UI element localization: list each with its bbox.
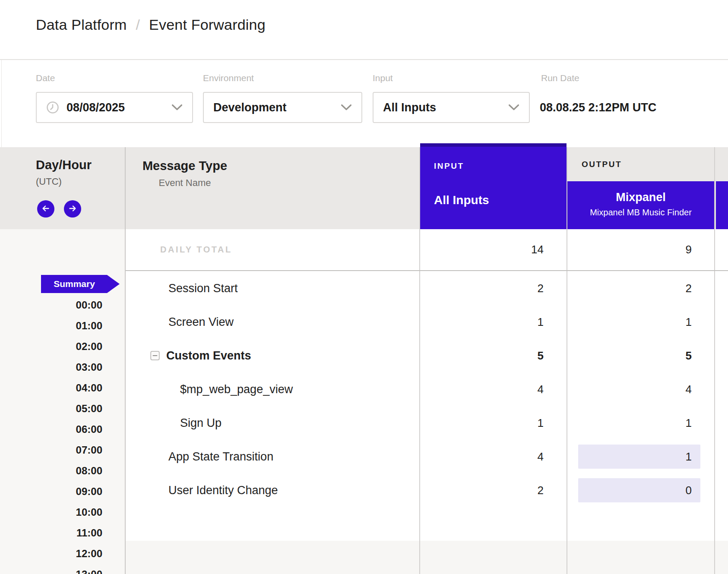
hour-item-0700[interactable]: 07:00 <box>51 444 102 456</box>
summary-row-selector[interactable]: Summary <box>41 275 120 293</box>
date-value: 08/08/2025 <box>66 101 125 114</box>
hour-item-0800[interactable]: 08:00 <box>51 465 102 477</box>
output-column-header[interactable]: Mixpanel Mixpanel MB Music Finder <box>567 181 714 229</box>
row-label: Custom Events <box>166 349 251 363</box>
run-date-label: Run Date <box>541 73 579 83</box>
highlighted-output-cell: 1 <box>578 445 700 469</box>
date-dropdown[interactable]: 08/08/2025 <box>36 92 193 123</box>
day-hour-header: Day/Hour (UTC) <box>36 158 92 187</box>
input-label: Input <box>373 73 393 83</box>
breadcrumb-section[interactable]: Data Platform <box>36 16 127 33</box>
output-column-subtitle: Mixpanel MB Music Finder <box>567 208 714 218</box>
output-value: 1 <box>686 406 692 440</box>
environment-dropdown[interactable]: Development <box>203 92 362 123</box>
input-dropdown[interactable]: All Inputs <box>373 92 530 123</box>
table-footer-area <box>126 541 728 574</box>
output-value: 4 <box>686 372 692 406</box>
hour-item-0200[interactable]: 02:00 <box>51 341 102 353</box>
event-rows: Session Start 2 2 Screen View 1 1 Custom… <box>0 271 728 507</box>
input-value: 2 <box>538 271 544 305</box>
clock-icon <box>46 101 59 114</box>
input-value: 4 <box>538 440 544 473</box>
environment-value: Development <box>213 101 287 114</box>
event-forwarding-page: Data Platform/Event Forwarding Date Envi… <box>0 0 728 574</box>
table-row-screen-view: Screen View 1 1 <box>0 305 728 339</box>
hour-item-0000[interactable]: 00:00 <box>51 299 102 311</box>
breadcrumb: Data Platform/Event Forwarding <box>36 16 266 33</box>
hour-item-0400[interactable]: 04:00 <box>51 382 102 394</box>
daily-total-label: DAILY TOTAL <box>160 229 232 270</box>
row-label: $mp_web_page_view <box>180 383 293 396</box>
run-date-value: 08.08.25 2:12PM UTC <box>540 92 656 123</box>
input-column-header[interactable]: INPUT All Inputs <box>420 143 567 229</box>
output-group-label: OUTPUT <box>582 160 622 169</box>
arrow-right-icon <box>68 204 77 214</box>
hour-item-0100[interactable]: 01:00 <box>51 320 102 332</box>
table-row-custom-events: Custom Events 5 5 <box>0 339 728 372</box>
input-value: 1 <box>538 406 544 440</box>
highlighted-output-cell: 0 <box>578 478 700 502</box>
next-output-column-partial[interactable] <box>716 181 728 229</box>
output-value: 5 <box>686 339 692 372</box>
hour-item-1000[interactable]: 10:00 <box>51 506 102 518</box>
table-row-mp-web-page-view: $mp_web_page_view 4 4 <box>0 372 728 406</box>
row-label: Sign Up <box>180 416 222 430</box>
hour-item-0900[interactable]: 09:00 <box>51 486 102 498</box>
hour-item-0500[interactable]: 05:00 <box>51 403 102 415</box>
previous-day-button[interactable] <box>37 200 54 218</box>
hour-item-1200[interactable]: 12:00 <box>51 548 102 560</box>
table-row-app-state-transition: App State Transition 4 1 <box>0 440 728 473</box>
hour-item-0600[interactable]: 06:00 <box>51 423 102 435</box>
message-type-title: Message Type <box>126 159 244 173</box>
input-value: 1 <box>538 305 544 339</box>
day-hour-title: Day/Hour <box>36 158 92 172</box>
row-label: Screen View <box>168 315 234 329</box>
hour-item-1300[interactable]: 13:00 <box>51 568 102 574</box>
row-label: App State Transition <box>168 450 273 464</box>
page-header: Data Platform/Event Forwarding <box>0 0 728 60</box>
daily-total-output-value: 9 <box>686 229 692 270</box>
row-label: Session Start <box>168 282 238 295</box>
breadcrumb-separator: / <box>136 16 140 33</box>
message-type-subtitle: Event Name <box>126 177 244 189</box>
environment-label: Environment <box>203 73 254 83</box>
daily-total-row: DAILY TOTAL 14 9 <box>126 229 728 271</box>
arrow-left-icon <box>41 204 51 214</box>
page-title: Event Forwarding <box>149 16 266 33</box>
input-value: All Inputs <box>383 101 436 114</box>
message-type-header: Message Type Event Name <box>126 159 244 189</box>
chevron-down-icon <box>171 104 183 111</box>
input-group-label: INPUT <box>434 161 464 171</box>
output-value: 2 <box>686 271 692 305</box>
hour-item-0300[interactable]: 03:00 <box>51 361 102 373</box>
input-value: 4 <box>538 372 544 406</box>
minus-square-icon[interactable] <box>150 351 160 360</box>
row-label: User Identity Change <box>168 484 278 497</box>
daily-total-input-value: 14 <box>531 229 544 270</box>
next-day-button[interactable] <box>64 200 81 218</box>
selected-column-indicator <box>420 143 567 147</box>
chevron-down-icon <box>508 104 519 111</box>
chevron-down-icon <box>341 104 352 111</box>
table-row-user-identity-change: User Identity Change 2 0 <box>0 473 728 507</box>
day-hour-subtitle: (UTC) <box>36 176 92 187</box>
hour-item-1100[interactable]: 11:00 <box>51 527 102 539</box>
output-column-title: Mixpanel <box>567 191 714 204</box>
input-value: 2 <box>538 473 544 507</box>
date-label: Date <box>36 73 55 83</box>
input-value: 5 <box>538 339 544 372</box>
output-value: 1 <box>686 305 692 339</box>
table-row-sign-up: Sign Up 1 1 <box>0 406 728 440</box>
input-column-title: All Inputs <box>434 193 489 207</box>
